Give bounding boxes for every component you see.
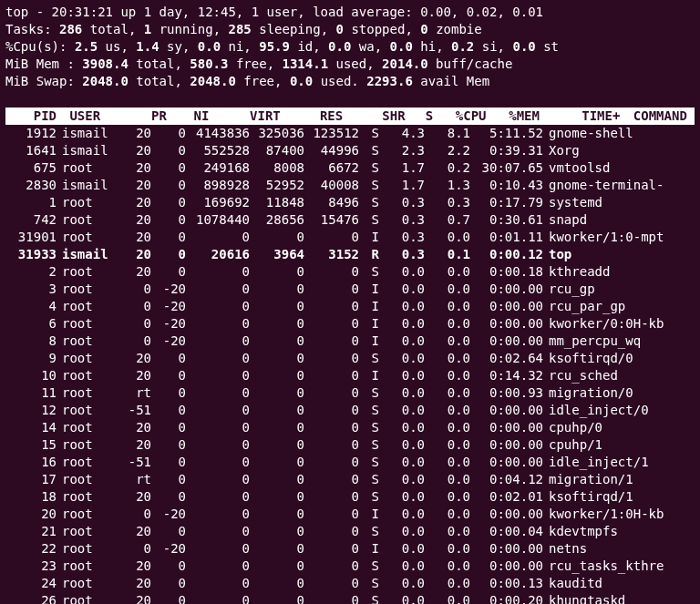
cell-virt: 0: [186, 333, 250, 350]
cell-ni: 0: [151, 211, 186, 229]
cell-cpu: 0.0: [379, 592, 425, 604]
process-row[interactable]: 14root200000S0.00.00:00.00cpuhp/0: [5, 419, 695, 436]
process-row[interactable]: 1912ismail2004143836325036123512S4.38.15…: [5, 125, 695, 142]
cell-ni: -20: [151, 540, 186, 558]
process-row[interactable]: 9root200000S0.00.00:02.64ksoftirqd/0: [5, 350, 695, 367]
process-row[interactable]: 21root200000S0.00.00:00.04kdevtmpfs: [5, 523, 695, 540]
cell-ni: 0: [151, 419, 186, 436]
cell-virt: 0: [186, 419, 250, 436]
process-row[interactable]: 8root0-20000I0.00.00:00.00mm_percpu_wq: [5, 333, 695, 350]
col-pr[interactable]: PR: [132, 107, 167, 125]
cell-pid: 24: [5, 575, 57, 592]
cell-time: 0:00.00: [470, 315, 543, 333]
process-row[interactable]: 3root0-20000I0.00.00:00.00rcu_gp: [5, 281, 695, 298]
process-row[interactable]: 2830ismail2008989285295240008S1.71.30:10…: [5, 177, 695, 194]
cell-pr: 20: [117, 419, 151, 436]
cell-cpu: 0.0: [379, 558, 425, 575]
cell-cpu: 0.0: [379, 575, 425, 592]
cell-s: S: [359, 558, 379, 575]
cell-res: 8008: [250, 159, 304, 177]
process-row[interactable]: 31933ismail2002061639643152R0.30.10:00.1…: [5, 246, 695, 263]
cell-cmd: kthreadd: [543, 263, 610, 281]
cell-time: 0:02.01: [470, 488, 543, 506]
process-row[interactable]: 15root200000S0.00.00:00.00cpuhp/1: [5, 436, 695, 454]
cell-time: 30:07.65: [470, 159, 543, 177]
cell-ni: -20: [151, 333, 186, 350]
cell-cmd: rcu_sched: [543, 367, 618, 384]
cell-pr: 20: [117, 159, 151, 177]
cell-shr: 0: [304, 367, 359, 384]
process-row[interactable]: 23root200000S0.00.00:00.00rcu_tasks_kthr…: [5, 558, 695, 575]
col-pid[interactable]: PID: [5, 107, 57, 125]
column-header-row[interactable]: PID USER PR NI VIRT RES SHR S %CPU %MEM …: [5, 107, 695, 125]
terminal-output[interactable]: top - 20:31:21 up 1 day, 12:45, 1 user, …: [0, 0, 700, 604]
cell-s: S: [359, 592, 379, 604]
cell-pid: 16: [5, 454, 57, 471]
process-row[interactable]: 4root0-20000I0.00.00:00.00rcu_par_gp: [5, 298, 695, 315]
process-row[interactable]: 24root200000S0.00.00:00.13kauditd: [5, 575, 695, 592]
col-s[interactable]: S: [413, 107, 433, 125]
process-row[interactable]: 12root-510000S0.00.00:00.00idle_inject/0: [5, 402, 695, 419]
cell-virt: 0: [186, 298, 250, 315]
cell-s: R: [359, 246, 379, 263]
process-row[interactable]: 16root-510000S0.00.00:00.00idle_inject/1: [5, 454, 695, 471]
cell-ni: 0: [151, 558, 186, 575]
cell-time: 0:00.00: [470, 402, 543, 419]
col-cmd[interactable]: COMMAND: [628, 107, 687, 125]
cell-pid: 22: [5, 540, 57, 558]
cell-pr: 20: [117, 211, 151, 229]
cell-s: S: [359, 523, 379, 540]
cell-ni: 0: [151, 177, 186, 194]
cell-res: 0: [250, 540, 304, 558]
col-mem[interactable]: %MEM: [494, 107, 540, 125]
cell-cmd: kworker/1:0-mpt: [543, 229, 664, 246]
cell-pr: 20: [117, 558, 151, 575]
cell-virt: 898928: [186, 177, 250, 194]
process-row[interactable]: 22root0-20000I0.00.00:00.00netns: [5, 540, 695, 558]
cell-cpu: 0.0: [379, 350, 425, 367]
cell-pr: 20: [117, 177, 151, 194]
process-row[interactable]: 1root200169692118488496S0.30.30:17.79sys…: [5, 194, 695, 211]
process-row[interactable]: 20root0-20000I0.00.00:00.00kworker/1:0H-…: [5, 506, 695, 523]
cell-ni: 0: [151, 454, 186, 471]
cell-time: 0:02.64: [470, 350, 543, 367]
cell-time: 0:00.12: [470, 246, 543, 263]
cell-mem: 0.3: [425, 194, 470, 211]
col-res[interactable]: RES: [288, 107, 343, 125]
process-row[interactable]: 2root200000S0.00.00:00.18kthreadd: [5, 263, 695, 281]
process-row[interactable]: 6root0-20000I0.00.00:00.00kworker/0:0H-k…: [5, 315, 695, 333]
cell-cpu: 0.0: [379, 367, 425, 384]
cell-pr: 20: [117, 246, 151, 263]
col-ni[interactable]: NI: [174, 107, 209, 125]
col-user[interactable]: USER: [64, 107, 124, 125]
process-row[interactable]: 17rootrt0000S0.00.00:04.12migration/1: [5, 471, 695, 488]
col-time[interactable]: TIME+: [547, 107, 620, 125]
cell-pr: rt: [117, 384, 151, 402]
process-row[interactable]: 675root20024916880086672S1.70.230:07.65v…: [5, 159, 695, 177]
cell-s: S: [359, 142, 379, 159]
process-row[interactable]: 10root200000I0.00.00:14.32rcu_sched: [5, 367, 695, 384]
cell-pid: 15: [5, 436, 57, 454]
cell-cpu: 0.0: [379, 263, 425, 281]
cell-pr: 0: [117, 298, 151, 315]
process-row[interactable]: 26root200000S0.00.00:00.20khungtaskd: [5, 592, 695, 604]
cell-virt: 0: [186, 315, 250, 333]
col-virt[interactable]: VIRT: [217, 107, 281, 125]
cell-pr: 0: [117, 540, 151, 558]
process-row[interactable]: 742root20010784402865615476S0.30.70:30.6…: [5, 211, 695, 229]
process-row[interactable]: 31901root200000I0.30.00:01.11kworker/1:0…: [5, 229, 695, 246]
col-cpu[interactable]: %CPU: [441, 107, 487, 125]
process-row[interactable]: 18root200000S0.00.00:02.01ksoftirqd/1: [5, 488, 695, 506]
cell-res: 0: [250, 298, 304, 315]
col-shr[interactable]: SHR: [351, 107, 406, 125]
cell-mem: 0.0: [425, 298, 470, 315]
process-row[interactable]: 11rootrt0000S0.00.00:00.93migration/0: [5, 384, 695, 402]
cell-res: 3964: [250, 246, 304, 263]
cell-time: 0:00.04: [470, 523, 543, 540]
cell-shr: 3152: [304, 246, 359, 263]
process-row[interactable]: 1641ismail2005525288740044996S2.32.20:39…: [5, 142, 695, 159]
cell-mem: 0.0: [425, 315, 470, 333]
cell-virt: 0: [186, 558, 250, 575]
cell-cpu: 1.7: [379, 177, 425, 194]
cell-time: 0:01.11: [470, 229, 543, 246]
